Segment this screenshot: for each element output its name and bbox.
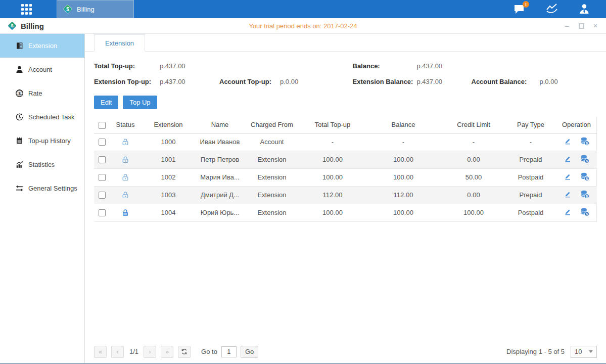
cell-credit-limit: 100.00: [442, 204, 505, 221]
sidebar-item-extension[interactable]: Extension: [0, 34, 84, 58]
chat-message-icon[interactable]: !: [513, 3, 526, 16]
cell-charged-from: Extension: [244, 168, 300, 186]
maximize-button[interactable]: [578, 22, 585, 29]
last-page-button[interactable]: »: [161, 346, 173, 358]
status-unlocked-icon: [121, 173, 129, 181]
cell-extension: 1001: [141, 151, 196, 168]
topup-icon[interactable]: $: [580, 136, 589, 147]
top-app-bar: $ Billing !: [0, 0, 606, 18]
app-tab-billing[interactable]: $ Billing: [57, 0, 134, 18]
svg-text:$: $: [586, 195, 588, 199]
total-topup-label: Total Top-up:: [94, 62, 160, 70]
cell-extension: 1000: [141, 133, 196, 151]
refresh-button[interactable]: [178, 346, 191, 358]
table-row[interactable]: 1004 Юрий Юрь... Extension 100.00 100.00…: [94, 204, 597, 221]
goto-page-input[interactable]: [221, 346, 237, 357]
sidebar-item-topup-history[interactable]: Top-up History: [0, 129, 84, 153]
svg-text:$: $: [18, 91, 21, 96]
close-button[interactable]: ×: [592, 22, 599, 29]
main-content: Extension Total Top-up: p.437.00 Extensi…: [85, 34, 606, 363]
notebook-icon: [15, 136, 24, 145]
sidebar-item-label: Rate: [28, 89, 42, 97]
dollar-circle-icon: $: [15, 89, 24, 98]
tab-strip: Extension: [85, 34, 606, 52]
sidebar-item-general-settings[interactable]: General Settings: [0, 176, 84, 200]
sidebar-item-label: Scheduled Task: [28, 113, 75, 121]
topup-icon[interactable]: $: [580, 190, 589, 200]
chevron-down-icon: [589, 350, 593, 353]
cell-charged-from: Extension: [244, 204, 300, 221]
goto-label: Go to: [201, 348, 217, 355]
next-page-button[interactable]: ›: [144, 346, 156, 358]
page-size-value: 10: [575, 348, 582, 355]
first-page-button[interactable]: «: [94, 346, 107, 358]
table-row[interactable]: 1002 Мария Ива... Extension 100.00 100.0…: [94, 168, 597, 186]
top-up-button[interactable]: Top Up: [123, 96, 157, 109]
column-header-status: Status: [110, 117, 141, 133]
topup-icon[interactable]: $: [580, 172, 589, 183]
tab-extension[interactable]: Extension: [94, 34, 145, 52]
sidebar-item-label: Statistics: [28, 161, 55, 168]
line-chart-icon[interactable]: [545, 3, 558, 16]
user-icon[interactable]: [578, 3, 591, 16]
ledger-icon: [15, 41, 24, 50]
edit-icon[interactable]: [564, 137, 572, 147]
status-unlocked-icon: [121, 191, 129, 199]
extension-table: Status Extension Name Charged From Total…: [94, 117, 597, 222]
sidebar-item-scheduled-task[interactable]: Scheduled Task: [0, 105, 84, 129]
sidebar-item-account[interactable]: Account: [0, 58, 84, 81]
notification-badge: !: [523, 1, 529, 8]
column-header-total-topup: Total Top-up: [300, 117, 365, 133]
cell-pay-type: Postpaid: [505, 168, 556, 186]
apps-grid-icon[interactable]: [16, 0, 36, 18]
trial-notice: Your trial period ends on: 2017-02-24: [0, 22, 606, 30]
row-checkbox[interactable]: [99, 192, 106, 199]
column-header-name: Name: [196, 117, 244, 133]
extension-table-body: 1000 Иван Иванов Account - - - - $ 1001 …: [94, 133, 597, 221]
displaying-text: Displaying 1 - 5 of 5: [506, 348, 565, 355]
edit-icon[interactable]: [564, 155, 572, 164]
edit-icon[interactable]: [564, 208, 572, 217]
cell-pay-type: Postpaid: [505, 204, 556, 221]
table-row[interactable]: 1000 Иван Иванов Account - - - - $: [94, 133, 597, 151]
cell-name: Мария Ива...: [196, 168, 244, 186]
account-topup-label: Account Top-up:: [219, 78, 280, 85]
cell-name: Иван Иванов: [196, 133, 244, 151]
account-balance-label: Account Balance:: [472, 78, 540, 85]
balance-value: p.437.00: [417, 62, 443, 70]
topup-icon[interactable]: $: [580, 207, 589, 218]
cell-extension: 1003: [141, 186, 196, 204]
cell-balance: 100.00: [365, 204, 442, 221]
row-checkbox[interactable]: [99, 139, 106, 146]
page-size-select[interactable]: 10: [571, 346, 597, 358]
sidebar-item-label: Account: [28, 66, 52, 73]
person-icon: [15, 65, 24, 74]
cell-credit-limit: 0.00: [442, 151, 505, 168]
cell-extension: 1002: [141, 168, 196, 186]
column-header-extension: Extension: [141, 117, 196, 133]
table-row[interactable]: 1003 Дмитрий Д... Extension 112.00 112.0…: [94, 186, 597, 204]
prev-page-button[interactable]: ‹: [111, 346, 124, 358]
sidebar-item-rate[interactable]: $ Rate: [0, 81, 84, 105]
row-checkbox[interactable]: [99, 209, 106, 216]
app-tab-label: Billing: [77, 6, 95, 13]
cell-total-topup: 112.00: [300, 186, 365, 204]
cell-balance: 100.00: [365, 151, 442, 168]
minimize-button[interactable]: –: [564, 22, 571, 29]
row-checkbox[interactable]: [99, 174, 106, 181]
edit-icon[interactable]: [564, 190, 572, 200]
topup-icon[interactable]: $: [580, 154, 589, 165]
clock-refresh-icon: [15, 113, 24, 121]
go-button[interactable]: Go: [241, 346, 258, 358]
cell-pay-type: -: [505, 133, 556, 151]
edit-button[interactable]: Edit: [94, 96, 118, 109]
row-checkbox[interactable]: [99, 156, 106, 163]
sidebar-item-label: Extension: [28, 42, 57, 50]
table-row[interactable]: 1001 Петр Петров Extension 100.00 100.00…: [94, 151, 597, 168]
select-all-checkbox[interactable]: [99, 122, 106, 129]
cell-charged-from: Extension: [244, 186, 300, 204]
cell-balance: 100.00: [365, 168, 442, 186]
sidebar-item-statistics[interactable]: Statistics: [0, 153, 84, 176]
svg-text:$: $: [586, 142, 588, 146]
edit-icon[interactable]: [564, 172, 572, 182]
